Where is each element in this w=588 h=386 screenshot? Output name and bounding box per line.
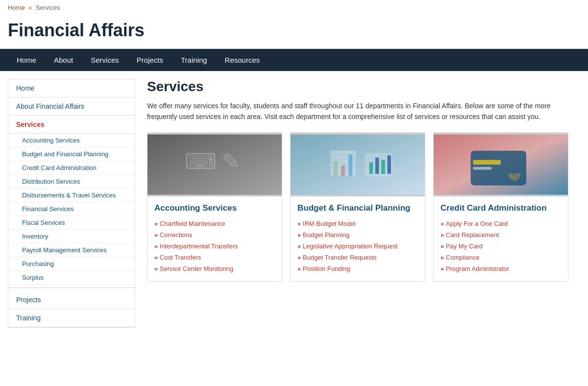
sidebar-sub-item: Distribution Services <box>8 175 135 189</box>
card-link[interactable]: Position Funding <box>303 265 350 272</box>
card-link[interactable]: Compliance <box>446 254 480 261</box>
nav-link-projects[interactable]: Projects <box>128 49 172 71</box>
sidebar-sublink[interactable]: Fiscal Services <box>22 219 65 226</box>
nav-link-services[interactable]: Services <box>82 49 128 71</box>
card-links-accounting: Chartfield MaintenanceCorrectionsInterde… <box>154 218 275 274</box>
sidebar-sub-item: Purchasing <box>8 257 135 271</box>
breadcrumb-current: Services <box>36 4 60 11</box>
sidebar-link-about-financial-affairs[interactable]: About Financial Affairs <box>16 102 84 110</box>
service-cards: ⌨ ✎ Accounting ServicesChartfield Mainte… <box>147 132 568 282</box>
sidebar-bottom-item: Training <box>8 309 135 327</box>
service-card-credit: 🤝 Credit Card AdministrationApply For a … <box>433 132 568 282</box>
main-nav: HomeAboutServicesProjectsTrainingResourc… <box>0 49 588 71</box>
sidebar-bottom-link[interactable]: Projects <box>16 296 41 304</box>
card-title-credit: Credit Card Administration <box>441 203 561 213</box>
nav-link-training[interactable]: Training <box>172 49 216 71</box>
card-link[interactable]: Cost Transfers <box>160 254 201 261</box>
card-links-budget: IRM Budget ModelBudget PlanningLegislati… <box>297 218 418 274</box>
sidebar-sublink[interactable]: Accounting Services <box>22 137 80 144</box>
sidebar-sublink[interactable]: Payroll Management Services <box>22 246 107 254</box>
svg-rect-10 <box>387 155 391 174</box>
svg-rect-13 <box>473 160 501 164</box>
card-title-budget: Budget & Financial Planning <box>297 203 418 213</box>
sidebar-sublink[interactable]: Budget and Financial Planning <box>22 150 108 158</box>
service-card-budget: 📊 Budget & Financial PlanningIRM Budget … <box>290 132 425 282</box>
sidebar-sub-item: Surplus <box>8 271 135 285</box>
card-link[interactable]: Program Administrator <box>446 265 509 272</box>
breadcrumb-home[interactable]: Home <box>8 4 25 11</box>
breadcrumb: Home » Services <box>0 0 588 15</box>
card-link-item: Pay My Card <box>441 241 561 252</box>
svg-text:🤝: 🤝 <box>508 170 522 184</box>
card-link-item: Corrections <box>154 229 275 241</box>
sidebar-sublink[interactable]: Credit Card Administration <box>22 164 97 171</box>
card-link[interactable]: Chartfield Maintenance <box>160 220 225 227</box>
card-link[interactable]: Apply For a One Card <box>446 220 508 227</box>
svg-rect-9 <box>381 160 385 173</box>
svg-rect-7 <box>369 162 373 174</box>
card-link[interactable]: Interdepartmental Transfers <box>160 242 238 250</box>
nav-item-home: Home <box>8 49 45 71</box>
card-link-item: Service Center Monitoring <box>154 263 275 274</box>
sidebar-sub-item: Budget and Financial Planning <box>8 147 135 161</box>
card-image-accounting: ⌨ ✎ <box>147 133 282 196</box>
nav-link-home[interactable]: Home <box>8 49 45 71</box>
sidebar-sub-item: Accounting Services <box>8 134 135 147</box>
card-link-item: Cost Transfers <box>154 252 275 263</box>
card-link[interactable]: Service Center Monitoring <box>160 265 233 272</box>
svg-rect-4 <box>291 134 425 194</box>
card-link[interactable]: Card Replacement <box>446 231 499 239</box>
card-body-credit: Credit Card AdministrationApply For a On… <box>434 196 568 281</box>
sidebar-sublink[interactable]: Distribution Services <box>22 178 80 185</box>
nav-link-resources[interactable]: Resources <box>216 49 269 71</box>
card-link[interactable]: Legislative Appropriation Request <box>303 242 398 250</box>
svg-rect-14 <box>473 167 491 170</box>
sidebar-sub-item: Disbursements & Travel Services <box>8 189 135 202</box>
service-card-accounting: ⌨ ✎ Accounting ServicesChartfield Mainte… <box>147 132 282 282</box>
card-body-accounting: Accounting ServicesChartfield Maintenanc… <box>147 196 282 281</box>
sidebar-sub-item: Fiscal Services <box>8 216 135 230</box>
card-body-budget: Budget & Financial PlanningIRM Budget Mo… <box>291 196 425 281</box>
card-link-item: Position Funding <box>297 263 418 274</box>
svg-text:✎: ✎ <box>221 149 240 174</box>
sidebar-sublink[interactable]: Surplus <box>22 274 44 281</box>
card-link-item: Interdepartmental Transfers <box>154 241 275 252</box>
sidebar-sublink[interactable]: Disbursements & Travel Services <box>22 192 116 199</box>
page-title: Financial Affairs <box>0 15 588 49</box>
sidebar-bottom-item: Projects <box>8 291 135 309</box>
sidebar-sublink[interactable]: Inventory <box>22 233 48 240</box>
svg-rect-8 <box>375 158 379 174</box>
card-link[interactable]: IRM Budget Model <box>303 220 356 227</box>
sidebar-sub-item: Financial Services <box>8 202 135 216</box>
sidebar-sublink[interactable]: Financial Services <box>22 205 74 213</box>
card-link[interactable]: Budget Planning <box>303 231 349 239</box>
card-link-item: Legislative Appropriation Request <box>297 241 418 252</box>
sidebar-sub-item: Credit Card Administration <box>8 161 135 175</box>
sidebar: HomeAbout Financial AffairsServicesAccou… <box>8 79 135 328</box>
sidebar-sublink[interactable]: Purchasing <box>22 260 54 267</box>
nav-item-resources: Resources <box>216 49 269 71</box>
svg-text:📊: 📊 <box>328 149 358 178</box>
sidebar-top-item: Services <box>8 116 135 134</box>
sidebar-sub-item: Payroll Management Services <box>8 243 135 257</box>
sidebar-link-home[interactable]: Home <box>16 84 34 92</box>
sidebar-sub-item: Inventory <box>8 230 135 243</box>
card-link[interactable]: Corrections <box>160 231 192 239</box>
card-link-item: Budget Planning <box>297 229 418 241</box>
card-title-accounting: Accounting Services <box>154 203 275 213</box>
card-link-item: IRM Budget Model <box>297 218 418 229</box>
card-link-item: Apply For a One Card <box>441 218 561 229</box>
page-layout: HomeAbout Financial AffairsServicesAccou… <box>0 71 588 336</box>
card-links-credit: Apply For a One CardCard ReplacementPay … <box>441 218 561 274</box>
sidebar-bottom-link[interactable]: Training <box>16 314 41 322</box>
nav-item-projects: Projects <box>128 49 172 71</box>
card-link[interactable]: Budget Transfer Requests <box>303 254 377 261</box>
card-link-item: Compliance <box>441 252 561 263</box>
main-content: Services We offer many services for facu… <box>135 79 580 328</box>
card-image-credit: 🤝 <box>434 133 568 196</box>
card-link[interactable]: Pay My Card <box>446 242 483 250</box>
nav-item-training: Training <box>172 49 216 71</box>
card-link-item: Chartfield Maintenance <box>154 218 275 229</box>
sidebar-top-item: Home <box>8 79 135 97</box>
nav-link-about[interactable]: About <box>45 49 82 71</box>
